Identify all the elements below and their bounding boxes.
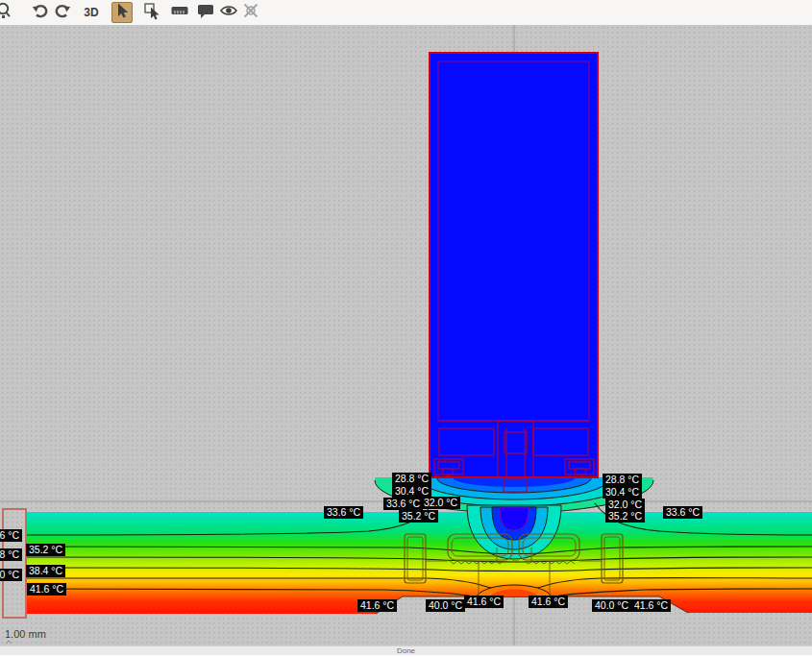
zoom-tool-button[interactable] [0,2,14,23]
magnifier-icon [0,1,13,24]
box-select-tool-button[interactable] [141,2,162,23]
temperature-label[interactable]: 41.6 °C [27,583,66,596]
3d-label: 3D [84,6,98,19]
temperature-label[interactable]: 35.2 °C [399,510,438,523]
temperature-label[interactable]: 30.4 °C [603,486,642,499]
eye-icon [219,1,238,24]
select-tool-button[interactable] [111,2,133,23]
comment-tool-button[interactable] [195,2,216,23]
temperature-label[interactable]: 41.6 °C [529,596,568,608]
window-section[interactable] [430,53,598,492]
temperature-label[interactable]: 36.8 °C [0,548,22,561]
temperature-label[interactable]: 40.0 °C [0,569,22,581]
temperature-label[interactable]: 41.6 °C [464,596,504,608]
scale-indicator: 1.00 mm [5,628,46,640]
measure-tool-button[interactable] [169,2,190,23]
status-text: Done [397,646,415,655]
visibility-tool-button[interactable] [218,2,239,23]
crossed-circle-icon [241,1,260,24]
undo-arrow-icon [30,1,49,24]
temperature-label[interactable]: 28.8 °C [392,473,431,485]
temperature-label[interactable]: 35.2 °C [605,510,645,523]
undo-button[interactable] [29,2,50,23]
temperature-label[interactable]: 41.6 °C [631,599,671,612]
temperature-label[interactable]: 33.6 °C [383,498,423,510]
temperature-label[interactable]: 33.6 °C [663,506,702,519]
temperature-label[interactable]: 33.6 °C [324,506,363,519]
temperature-label[interactable]: 28.8 °C [603,474,642,486]
status-bar: Done [0,645,812,655]
redo-button[interactable] [53,2,74,23]
snap-toggle-button[interactable] [240,2,261,23]
temperature-label[interactable]: 40.0 °C [426,599,465,612]
cursor-icon [112,1,132,24]
temperature-label[interactable]: 35.2 °C [26,544,65,556]
temperature-label[interactable]: 32.0 °C [421,497,460,509]
temperature-label[interactable]: 41.6 °C [357,599,397,612]
view-3d-button[interactable]: 3D [81,2,102,23]
temperature-label[interactable]: 40.0 °C [592,599,631,612]
temperature-label[interactable]: 33.6 °C [0,529,22,542]
ruler-icon [170,1,189,24]
temperature-label[interactable]: 38.4 °C [26,565,65,577]
toolbar: 3D [0,0,812,26]
redo-arrow-icon [54,1,73,24]
application-window: 3D [0,0,812,657]
speech-bubble-icon [196,1,215,24]
cursor-box-icon [142,1,161,24]
